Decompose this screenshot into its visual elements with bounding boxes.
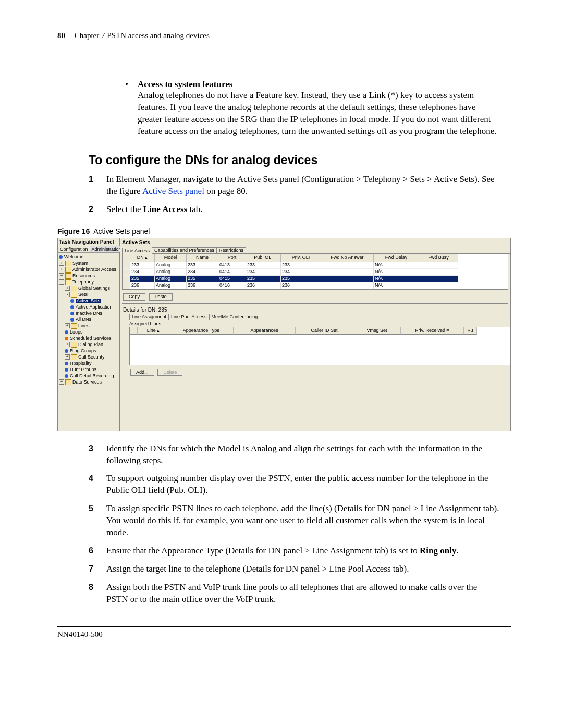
bullet-body: Analog telephones do not have a Feature …	[138, 90, 500, 138]
step-6: 6Ensure that the Appearance Type (Detail…	[89, 545, 500, 557]
step-1: 1 In Element Manager, navigate to the Ac…	[89, 174, 500, 198]
table-row[interactable]: 236Analog2360416236236N/A	[123, 282, 508, 289]
paste-button[interactable]: Paste	[149, 293, 173, 301]
column-header[interactable]: DN ▴	[130, 254, 155, 262]
tree-node[interactable]: Scheduled Services	[59, 335, 118, 341]
column-header[interactable]: Fwd Busy	[419, 254, 458, 262]
step-text: In Element Manager, navigate to the Acti…	[106, 174, 500, 198]
nav-tabs: Configuration Administration	[58, 246, 119, 253]
tree-node[interactable]: +Data Services	[59, 379, 118, 385]
grid-buttons: Copy Paste	[122, 292, 510, 302]
column-header[interactable]: Appearances	[234, 327, 296, 335]
step-number: 6	[89, 545, 106, 557]
tab-line-access[interactable]: Line Access	[122, 248, 152, 254]
step-number: 5	[89, 503, 106, 539]
active-sets-grid[interactable]: DN ▴ModelNamePortPub. OLIPriv. OLIFwd No…	[122, 254, 508, 289]
column-header[interactable]: Priv. OLI	[281, 254, 321, 262]
tree-node[interactable]: +Dialing Plan	[59, 341, 118, 348]
page-number: 80	[57, 31, 65, 40]
figure-caption: Figure 16 Active Sets panel	[57, 227, 511, 236]
add-button[interactable]: Add...	[130, 369, 154, 376]
step-7: 7Assign the target line to the telephone…	[89, 563, 500, 575]
active-sets-screenshot: Task Navigation Panel Configuration Admi…	[57, 238, 511, 431]
table-row[interactable]: 235Analog2350415235235N/A	[123, 276, 508, 282]
tree-node[interactable]: +Call Security	[59, 354, 118, 360]
column-header[interactable]: Name	[187, 254, 218, 262]
tab-restrictions[interactable]: Restrictions	[216, 247, 246, 254]
tab-line-assignment[interactable]: Line Assignment	[129, 314, 169, 320]
document-id: NN40140-500	[57, 630, 511, 639]
nav-tree: Welcome+System+Administrator Access+Reso…	[58, 253, 119, 386]
tree-node[interactable]: Ring Groups	[59, 348, 118, 354]
step-4: 4To support outgoing number display over…	[89, 473, 500, 497]
step-number: 7	[89, 563, 106, 575]
tree-node[interactable]: Loops	[59, 329, 118, 335]
delete-button[interactable]: Delete	[157, 369, 182, 376]
tree-node[interactable]: Hospitality	[59, 360, 118, 366]
section-heading: To configure the DNs for analog devices	[89, 153, 511, 167]
tab-meetme-conferencing[interactable]: MeetMe Conferencing	[209, 314, 261, 320]
steps-bottom: 3Identify the DNs for which the Model is…	[89, 443, 500, 606]
tree-node[interactable]: Welcome	[59, 254, 118, 260]
bullet-heading: Access to system features	[138, 79, 232, 90]
details-title: Details for DN: 235	[123, 307, 510, 313]
tree-node[interactable]: +Administrator Access	[59, 266, 118, 273]
assigned-lines-grid[interactable]: Line ▴Appearance TypeAppearancesCaller I…	[129, 327, 510, 365]
panel-title: Active Sets	[122, 239, 510, 247]
tree-node[interactable]: -Telephony	[59, 279, 118, 285]
tab-configuration[interactable]: Configuration	[58, 246, 90, 253]
tree-node[interactable]: Active Sets	[59, 298, 118, 304]
column-header[interactable]: Line ▴	[138, 327, 169, 335]
tree-node[interactable]: Inactive DNs	[59, 310, 118, 316]
assigned-lines-label: Assigned Lines	[129, 322, 510, 327]
tree-node[interactable]: +Lines	[59, 323, 118, 329]
header-rule	[57, 61, 511, 61]
column-header[interactable]: Caller ID Set	[296, 327, 353, 335]
column-header[interactable]: Pub. OLI	[246, 254, 281, 262]
bullet-item: • Access to system features Analog telep…	[125, 79, 500, 138]
tree-node[interactable]: Active Application	[59, 304, 118, 310]
column-header[interactable]: Vmsg Set	[353, 327, 401, 335]
step-number: 2	[89, 204, 106, 216]
step-text: Identify the DNs for which the Model is …	[106, 443, 500, 467]
step-number: 1	[89, 174, 106, 198]
step-number: 8	[89, 582, 106, 606]
footer-rule	[57, 626, 511, 627]
copy-button[interactable]: Copy	[123, 293, 145, 301]
step-5: 5To assign specific PSTN lines to each t…	[89, 503, 500, 539]
column-header[interactable]: Priv. Received #	[401, 327, 464, 335]
step-2: 2 Select the Line Access tab.	[89, 204, 500, 216]
table-row[interactable]: 233Analog2330413233233N/A	[123, 262, 508, 269]
step-text: To support outgoing number display over …	[106, 473, 500, 497]
table-row[interactable]: 234Analog2340414234234N/A	[123, 269, 508, 276]
step-8: 8Assign both the PSTN and VoIP trunk lin…	[89, 582, 500, 606]
tree-node[interactable]: Call Detail Recording	[59, 373, 118, 379]
column-header[interactable]: Fwd No Answer	[321, 254, 374, 262]
step-text: To assign specific PSTN lines to each te…	[106, 503, 500, 539]
column-header[interactable]: Port	[218, 254, 246, 262]
step-text: Select the Line Access tab.	[106, 204, 500, 216]
tree-node[interactable]: -Sets	[59, 291, 118, 298]
tree-node[interactable]: +System	[59, 260, 118, 266]
tab-administration[interactable]: Administration	[90, 246, 124, 253]
tab-capabilities[interactable]: Capabilities and Preferences	[152, 247, 217, 254]
detail-tabs: Line Assignment Line Pool Access MeetMe …	[129, 314, 510, 320]
steps-top: 1 In Element Manager, navigate to the Ac…	[89, 174, 500, 216]
column-header[interactable]: Model	[155, 254, 187, 262]
tree-node[interactable]: +Global Settings	[59, 285, 118, 291]
page-header: 80 Chapter 7 PSTN access and analog devi…	[57, 31, 511, 40]
step-number: 4	[89, 473, 106, 497]
chapter-title: Chapter 7 PSTN access and analog devices	[75, 31, 210, 40]
column-header[interactable]: Fwd Delay	[374, 254, 419, 262]
tree-node[interactable]: All DNs	[59, 316, 118, 323]
tree-node[interactable]: +Resources	[59, 273, 118, 279]
step-text: Ensure that the Appearance Type (Details…	[106, 545, 500, 557]
column-header[interactable]: Pu	[464, 327, 477, 335]
tree-node[interactable]: Hunt Groups	[59, 366, 118, 373]
nav-panel-title: Task Navigation Panel	[58, 238, 119, 246]
column-header[interactable]: Appearance Type	[169, 327, 234, 335]
cross-reference-link[interactable]: Active Sets panel	[142, 186, 204, 196]
tab-line-pool-access[interactable]: Line Pool Access	[168, 314, 210, 320]
sub-tabs: Line Access Capabilities and Preferences…	[122, 247, 510, 254]
detail-buttons: Add... Delete	[129, 367, 510, 378]
